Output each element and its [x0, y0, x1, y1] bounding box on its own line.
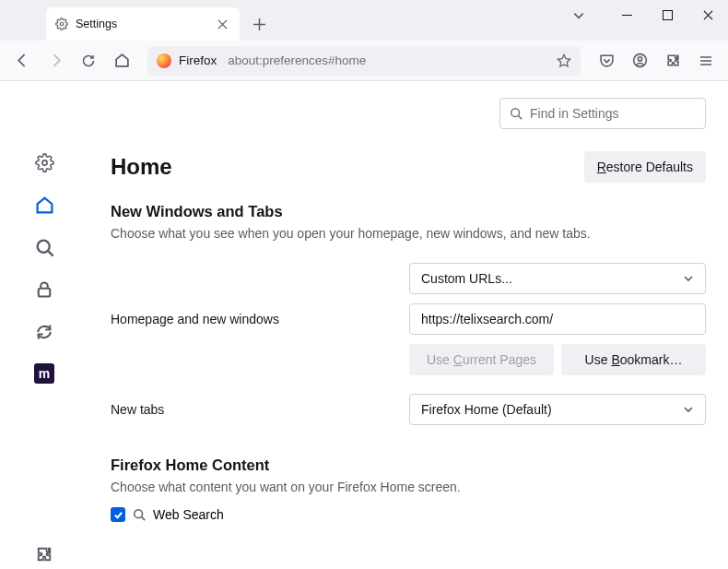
tabs-dropdown-button[interactable] — [572, 9, 585, 22]
chevron-down-icon — [683, 404, 694, 415]
identity-label: Firefox — [179, 53, 217, 67]
sidebar-privacy[interactable] — [33, 279, 55, 301]
homepage-url-input[interactable] — [409, 303, 706, 335]
home-button[interactable] — [107, 46, 136, 76]
minimize-button[interactable] — [606, 0, 647, 30]
settings-sidebar: m — [0, 81, 88, 569]
page-title: Home — [111, 154, 172, 180]
url-bar[interactable]: Firefox about:preferences#home — [147, 46, 581, 76]
section-heading-fhc: Firefox Home Content — [111, 456, 706, 474]
svg-point-6 — [37, 240, 49, 252]
account-button[interactable] — [625, 46, 654, 76]
section-desc-fhc: Choose what content you want on your Fir… — [111, 480, 706, 494]
forward-button[interactable] — [41, 46, 70, 76]
window-controls — [606, 0, 728, 37]
find-in-settings-input[interactable]: Find in Settings — [499, 98, 706, 129]
firefox-logo-icon — [157, 53, 171, 68]
find-placeholder: Find in Settings — [530, 106, 619, 121]
svg-rect-7 — [39, 289, 51, 297]
reload-button[interactable] — [74, 46, 103, 76]
sidebar-home[interactable] — [33, 194, 55, 216]
nav-toolbar: Firefox about:preferences#home — [0, 41, 728, 81]
websearch-checkbox[interactable] — [111, 507, 125, 522]
homepage-mode-select[interactable]: Custom URLs... — [409, 263, 706, 294]
settings-main: Find in Settings Home Restore Defaults N… — [88, 81, 728, 569]
section-desc-nwt: Choose what you see when you open your h… — [111, 226, 706, 241]
svg-marker-2 — [558, 54, 569, 66]
close-button[interactable] — [687, 0, 728, 30]
content: m Find in Settings Home Restore Defaults… — [0, 81, 728, 569]
sidebar-more-mozilla[interactable]: m — [34, 363, 54, 384]
sidebar-extensions[interactable] — [33, 543, 55, 565]
use-current-pages-button[interactable]: Use Current Pages — [409, 344, 554, 375]
homepage-mode-value: Custom URLs... — [421, 271, 512, 286]
svg-point-9 — [135, 510, 143, 518]
svg-rect-1 — [663, 10, 672, 19]
titlebar: Settings — [0, 0, 728, 41]
back-button[interactable] — [7, 46, 37, 76]
search-icon — [133, 508, 146, 521]
extensions-button[interactable] — [658, 46, 687, 76]
bookmark-star-icon[interactable] — [557, 53, 571, 68]
section-heading-nwt: New Windows and Tabs — [111, 203, 706, 220]
sidebar-search[interactable] — [33, 236, 55, 258]
new-tab-button[interactable] — [245, 10, 273, 38]
maximize-button[interactable] — [647, 0, 687, 30]
close-icon[interactable] — [214, 16, 230, 32]
svg-point-8 — [511, 109, 520, 117]
newtabs-label: New tabs — [111, 402, 409, 417]
svg-point-4 — [638, 57, 641, 61]
tab-title: Settings — [76, 18, 117, 30]
url-text: about:preferences#home — [228, 53, 366, 67]
newtabs-value: Firefox Home (Default) — [421, 402, 552, 417]
svg-point-0 — [60, 22, 64, 26]
sidebar-general[interactable] — [33, 151, 55, 173]
homepage-label: Homepage and new windows — [111, 312, 409, 326]
svg-point-5 — [41, 160, 46, 164]
pocket-button[interactable] — [592, 46, 621, 76]
newtabs-select[interactable]: Firefox Home (Default) — [409, 394, 706, 425]
search-icon — [510, 107, 523, 120]
websearch-label: Web Search — [153, 507, 224, 522]
browser-tab[interactable]: Settings — [46, 7, 240, 41]
chevron-down-icon — [683, 273, 694, 284]
sidebar-sync[interactable] — [33, 321, 55, 343]
use-bookmark-button[interactable]: Use Bookmark… — [561, 344, 706, 375]
restore-defaults-button[interactable]: Restore Defaults — [584, 151, 706, 183]
gear-icon — [55, 18, 68, 30]
app-menu-button[interactable] — [691, 46, 721, 76]
